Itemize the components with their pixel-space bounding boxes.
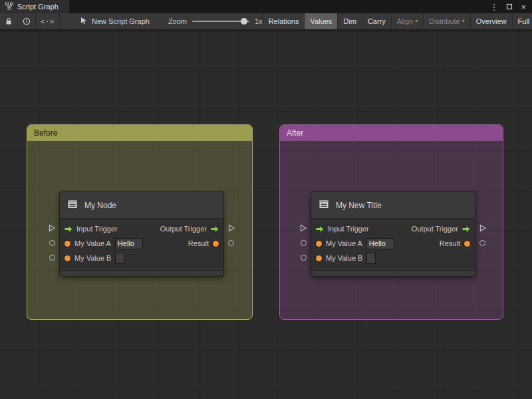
tab-title: Script Graph [17,3,59,11]
maximize-icon[interactable] [506,3,513,11]
group-before[interactable]: Before My Node [27,124,253,320]
zoom-slider-knob[interactable] [241,18,247,25]
value-a-field[interactable] [115,238,143,249]
value-a-field[interactable] [366,238,394,249]
node-header[interactable]: My New Title [311,192,475,219]
graph-canvas[interactable]: Before My Node [0,31,532,399]
zoom-slider[interactable] [192,17,249,25]
unit-icon [318,198,330,212]
node-title: My Node [84,201,116,210]
flow-input-port-icon[interactable] [316,225,324,233]
toolbar-button-group: Relations Values Dim Carry Align▾ Distri… [263,13,532,29]
distribute-dropdown[interactable]: Distribute▾ [423,13,469,29]
external-flow-input-port[interactable] [299,224,307,232]
unit-icon [66,198,78,212]
value-b-label: My Value B [326,254,362,262]
flow-output-port-icon[interactable] [211,225,219,233]
input-trigger-label: Input Trigger [328,225,369,233]
port-row-value-a: My Value A Result [60,236,223,251]
chevron-down-icon: ▾ [462,19,465,24]
tab-script-graph[interactable]: Script Graph [0,0,69,13]
external-result-port[interactable] [479,240,485,246]
external-value-a-port[interactable] [49,240,55,246]
group-title: Before [34,128,57,138]
external-value-b-port[interactable] [49,255,55,261]
node-header[interactable]: My Node [60,192,223,219]
value-b-label: My Value B [74,254,111,262]
dim-button[interactable]: Dim [337,13,362,29]
value-b-field[interactable] [115,253,124,264]
port-row-trigger: Input Trigger Output Trigger [311,221,475,236]
port-row-value-b: My Value B [311,251,475,265]
node-footer [311,270,475,276]
external-result-port[interactable] [228,240,234,246]
zoom-label: Zoom [168,17,187,25]
node-body: Input Trigger Output Trigger My Value A [311,219,475,268]
result-port-icon[interactable] [213,241,219,247]
graph-pointer-icon [80,17,88,26]
info-button[interactable] [18,13,36,29]
value-b-port-icon[interactable] [65,255,70,261]
close-icon[interactable]: × [521,3,526,11]
node-wrap: My New Title Input Trigger Output Trigge… [299,192,487,277]
carry-button[interactable]: Carry [362,13,391,29]
graph-name: New Script Graph [80,13,150,29]
relations-button[interactable]: Relations [263,13,305,29]
node-title: My New Title [336,201,382,210]
output-trigger-label: Output Trigger [412,225,458,233]
result-label: Result [440,239,460,247]
flow-input-port-icon[interactable] [65,225,72,233]
script-graph-window: Script Graph ⋮ × <·> New Script Graph Zo… [0,0,532,399]
script-graph-icon [5,2,13,11]
port-row-value-a: My Value A Result [311,236,475,251]
value-a-label: My Value A [74,239,111,247]
value-a-port-icon[interactable] [316,241,322,247]
chevron-down-icon: ▾ [415,19,418,24]
node-wrap: My Node Input Trigger Output Trigger [48,192,235,277]
lock-button[interactable] [0,13,18,29]
node-my-node[interactable]: My Node Input Trigger Output Trigger [59,192,224,277]
value-b-port-icon[interactable] [316,255,322,261]
node-body: Input Trigger Output Trigger My Value A [60,219,223,268]
values-button[interactable]: Values [304,13,337,29]
input-trigger-label: Input Trigger [76,225,118,233]
group-title: After [287,128,303,138]
value-b-field[interactable] [366,253,376,264]
external-flow-output-port[interactable] [479,224,487,232]
graph-name-label: New Script Graph [92,17,150,25]
group-header[interactable]: Before [27,125,252,141]
node-footer [60,270,223,276]
external-flow-output-port[interactable] [227,224,235,232]
overview-button[interactable]: Overview [470,13,512,29]
result-port-icon[interactable] [464,241,470,247]
external-value-a-port[interactable] [301,240,307,246]
group-header[interactable]: After [280,125,503,141]
output-trigger-label: Output Trigger [160,225,207,233]
align-dropdown[interactable]: Align▾ [391,13,423,29]
result-label: Result [188,239,209,247]
value-a-port-icon[interactable] [65,241,70,247]
tab-bar: Script Graph ⋮ × [0,0,532,13]
node-my-new-title[interactable]: My New Title Input Trigger Output Trigge… [311,192,475,277]
flow-output-port-icon[interactable] [462,225,470,233]
zoom-value: 1x [255,17,263,25]
value-a-label: My Value A [326,239,362,247]
fullscreen-button[interactable]: Full Scr [512,13,532,29]
external-flow-input-port[interactable] [48,224,56,232]
toolbar: <·> New Script Graph Zoom 1x Relations V… [0,13,532,30]
code-view-button[interactable]: <·> [36,13,60,29]
group-after[interactable]: After My New Title [279,124,503,320]
window-controls: ⋮ × [489,0,532,13]
port-row-value-b: My Value B [60,251,223,265]
external-value-b-port[interactable] [301,255,307,261]
zoom-control: Zoom 1x [168,13,263,29]
port-row-trigger: Input Trigger Output Trigger [60,221,223,236]
kebab-menu-icon[interactable]: ⋮ [489,3,498,11]
